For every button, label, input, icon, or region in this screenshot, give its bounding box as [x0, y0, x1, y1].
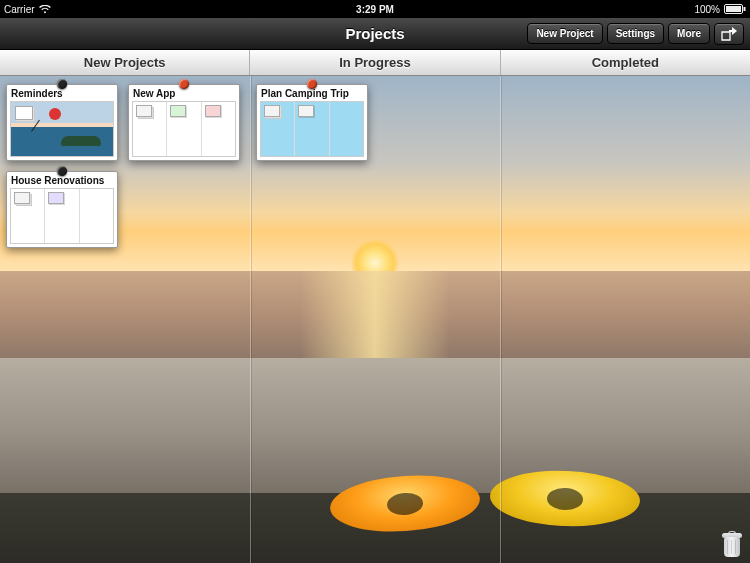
share-icon	[721, 27, 737, 41]
pin-icon	[179, 79, 189, 89]
project-card-camping[interactable]: Plan Camping Trip	[256, 84, 368, 161]
pin-icon	[57, 166, 67, 176]
column-in-progress[interactable]: Plan Camping Trip	[250, 76, 500, 563]
nav-bar: Projects New Project Settings More	[0, 18, 750, 50]
carrier-label: Carrier	[4, 4, 35, 15]
column-header-new[interactable]: New Projects	[0, 50, 250, 75]
new-project-button[interactable]: New Project	[527, 23, 602, 44]
status-clock: 3:29 PM	[356, 4, 394, 15]
pin-icon	[307, 79, 317, 89]
pin-icon	[57, 79, 67, 89]
svg-rect-1	[726, 6, 741, 12]
project-thumb	[260, 101, 364, 157]
battery-percent: 100%	[694, 4, 720, 15]
project-card-new-app[interactable]: New App	[128, 84, 240, 161]
project-card-reminders[interactable]: Reminders	[6, 84, 118, 161]
column-new-projects[interactable]: Reminders New App	[0, 76, 250, 563]
project-card-house-renovations[interactable]: House Renovations	[6, 171, 118, 248]
wifi-icon	[39, 5, 51, 14]
share-button[interactable]	[714, 23, 744, 45]
status-bar: Carrier 3:29 PM 100%	[0, 0, 750, 18]
project-thumb	[132, 101, 236, 157]
svg-rect-2	[744, 7, 746, 11]
settings-button[interactable]: Settings	[607, 23, 664, 44]
column-headers: New Projects In Progress Completed	[0, 50, 750, 76]
page-title: Projects	[345, 25, 404, 42]
trash-button[interactable]	[722, 531, 742, 557]
more-button[interactable]: More	[668, 23, 710, 44]
project-board: Reminders New App	[0, 76, 750, 563]
column-header-progress[interactable]: In Progress	[250, 50, 500, 75]
column-completed[interactable]	[500, 76, 750, 563]
project-thumb	[10, 188, 114, 244]
column-header-completed[interactable]: Completed	[501, 50, 750, 75]
project-thumb	[10, 101, 114, 157]
battery-icon	[724, 4, 746, 14]
